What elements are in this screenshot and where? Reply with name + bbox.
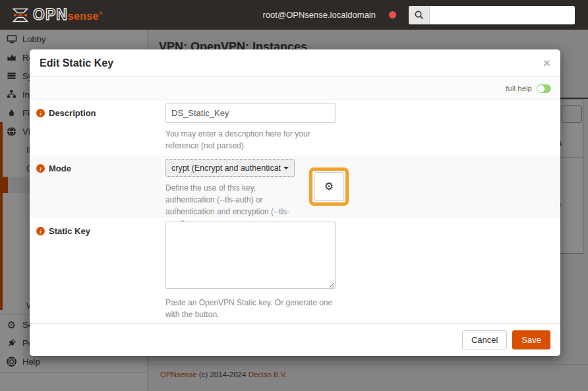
opnsense-app: OPNsense® root@OPNsense.localdomain Lobb…	[0, 0, 588, 391]
save-button[interactable]: Save	[512, 330, 550, 349]
full-help-label: full help	[506, 84, 532, 92]
edit-static-key-dialog: Edit Static Key × full help i Descriptio…	[30, 49, 560, 356]
opnsense-logo[interactable]: OPNsense®	[12, 7, 103, 24]
description-help: You may enter a description here for you…	[165, 128, 338, 152]
toggle-knob	[537, 85, 544, 92]
generate-key-button[interactable]: ⚙	[314, 172, 344, 201]
global-search	[409, 6, 575, 24]
opnsense-logo-icon	[12, 7, 29, 24]
mode-select[interactable]: crypt (Encrypt and authenticate)	[165, 159, 295, 177]
cancel-button[interactable]: Cancel	[462, 330, 507, 349]
registered-mark: ®	[99, 11, 103, 16]
full-help-row: full help	[30, 77, 560, 100]
close-icon[interactable]: ×	[543, 57, 550, 69]
search-icon	[409, 6, 430, 24]
static-key-label: i Static Key	[36, 222, 165, 323]
static-key-textarea[interactable]	[165, 222, 336, 289]
static-key-row: i Static Key Paste an OpenVPN Static key…	[30, 218, 560, 323]
caret-down-icon	[283, 167, 289, 169]
status-dot	[389, 11, 396, 18]
dialog-title: Edit Static Key	[40, 57, 543, 69]
brand-text-sense: sense	[68, 11, 99, 22]
description-label: i Description	[36, 104, 165, 156]
info-icon[interactable]: i	[36, 227, 45, 235]
mode-label: i Mode	[36, 159, 165, 218]
action-highlight-ring: ⚙	[309, 167, 349, 206]
top-navbar: OPNsense® root@OPNsense.localdomain	[0, 0, 588, 30]
brand-text-opn: OPN	[33, 7, 68, 22]
description-input[interactable]	[165, 104, 336, 123]
static-key-help: Paste an OpenVPN Static key. Or generate…	[165, 297, 338, 320]
mode-selected-value: crypt (Encrypt and authenticate)	[171, 164, 281, 173]
info-icon[interactable]: i	[36, 109, 45, 117]
logged-in-user: root@OPNsense.localdomain	[263, 10, 376, 20]
search-input[interactable]	[430, 6, 575, 24]
gear-icon: ⚙	[324, 181, 334, 192]
full-help-toggle[interactable]	[537, 84, 551, 93]
info-icon[interactable]: i	[36, 164, 45, 173]
description-row: i Description You may enter a descriptio…	[30, 100, 560, 156]
dialog-footer: Cancel Save	[30, 323, 560, 356]
mode-row: i Mode crypt (Encrypt and authenticate) …	[30, 156, 560, 218]
dialog-header: Edit Static Key ×	[30, 49, 560, 77]
